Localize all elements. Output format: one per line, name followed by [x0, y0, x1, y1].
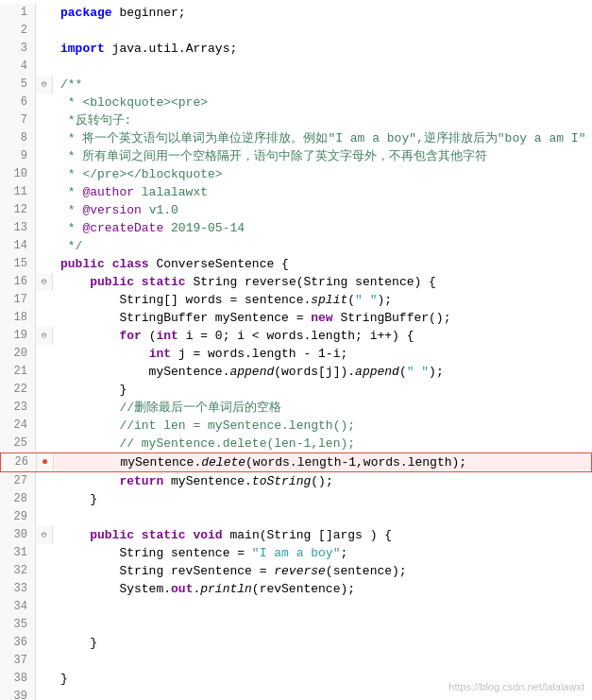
line-code: * 所有单词之间用一个空格隔开，语句中除了英文字母外，不再包含其他字符	[53, 147, 592, 165]
code-token: 2019-05-14	[163, 219, 245, 237]
code-token: (sentence);	[326, 562, 407, 580]
code-token: */	[60, 237, 82, 255]
code-token	[60, 526, 90, 544]
fold-icon[interactable]: ⊖	[41, 526, 46, 544]
code-token: * 所有单词之间用一个空格隔开，语句中除了英文字母外，不再包含其他字符	[60, 147, 487, 165]
line-number: 26	[1, 453, 37, 471]
code-token: public	[90, 273, 134, 291]
line-number: 30	[0, 526, 36, 544]
code-token: ();	[311, 472, 332, 490]
line-gutter[interactable]: ⊖	[36, 76, 53, 94]
line-code: // mySentence.delete(len-1,len);	[53, 435, 592, 452]
line-number: 10	[0, 165, 36, 183]
code-line: 4	[0, 58, 592, 76]
line-number: 2	[0, 22, 36, 40]
code-token: ;	[340, 544, 347, 562]
code-token: class	[112, 255, 149, 273]
code-token	[60, 472, 119, 490]
line-number: 4	[0, 58, 36, 76]
code-token: int	[149, 345, 171, 363]
code-token: mySentence.	[61, 453, 201, 471]
code-token: (words.length-1,words.length);	[245, 453, 466, 471]
line-code	[53, 616, 592, 634]
code-line: 19⊖ for (int i = 0; i < words.length; i+…	[0, 327, 592, 345]
code-token: *反转句子:	[60, 111, 131, 129]
code-token: mySentence.	[163, 472, 252, 490]
line-gutter[interactable]: ⊖	[36, 327, 53, 345]
line-number: 22	[0, 381, 36, 399]
line-code: *反转句子:	[53, 111, 592, 129]
line-number: 5	[0, 76, 36, 94]
code-line: 14 */	[0, 237, 592, 255]
breakpoint-icon: ●	[42, 453, 48, 471]
fold-icon[interactable]: ⊖	[41, 327, 46, 345]
line-number: 31	[0, 544, 36, 562]
line-number: 7	[0, 111, 36, 129]
code-line: 13 * @createDate 2019-05-14	[0, 219, 592, 237]
code-line: 20 int j = words.length - 1-i;	[0, 345, 592, 363]
line-code: * @version v1.0	[53, 201, 592, 219]
code-line: 31 String sentence = "I am a boy";	[0, 544, 592, 562]
code-token: " "	[355, 291, 377, 309]
code-line: 15public class ConverseSentence {	[0, 255, 592, 273]
line-code: import java.util.Arrays;	[53, 40, 592, 58]
line-number: 9	[0, 147, 36, 165]
code-token: (words[j]).	[274, 363, 355, 381]
line-gutter[interactable]: ⊖	[36, 526, 53, 544]
line-code: */	[53, 237, 592, 255]
code-token: (	[347, 291, 355, 309]
code-line: 28 }	[0, 490, 592, 508]
line-code: String revSentence = reverse(sentence);	[53, 562, 592, 580]
code-token: @version	[82, 201, 141, 219]
line-number: 35	[0, 616, 36, 634]
code-token: toString	[252, 472, 311, 490]
code-token: *	[60, 183, 82, 201]
code-token: //删除最后一个单词后的空格	[60, 399, 281, 417]
code-line: 35	[0, 616, 592, 634]
code-editor: 1package beginner;2 3import java.util.Ar…	[0, 0, 592, 700]
line-gutter[interactable]: ⊖	[36, 273, 53, 291]
line-code: }	[53, 634, 592, 652]
line-code: System.out.println(revSentence);	[53, 580, 592, 598]
line-number: 19	[0, 327, 36, 345]
code-token: @author	[82, 183, 134, 201]
code-token: }	[60, 670, 68, 688]
code-token: ConverseSentence {	[149, 255, 289, 273]
line-code: return mySentence.toString();	[53, 472, 592, 490]
code-token: main(String []args ) {	[223, 526, 392, 544]
code-token: beginner;	[112, 4, 186, 22]
code-token: }	[60, 381, 127, 399]
code-token: //int len = mySentence.length();	[60, 417, 355, 435]
line-number: 13	[0, 219, 36, 237]
code-token: append	[355, 363, 399, 381]
line-number: 15	[0, 255, 36, 273]
code-line: 21 mySentence.append(words[j]).append(" …	[0, 363, 592, 381]
code-line: 8 * 将一个英文语句以单词为单位逆序排放。例如"I am a boy",逆序排…	[0, 129, 592, 147]
code-token: * 将一个英文语句以单词为单位逆序排放。例如"I am a boy",逆序排放后…	[60, 129, 585, 147]
code-token: String[] words = sentence.	[60, 291, 311, 309]
line-number: 32	[0, 562, 36, 580]
line-number: 6	[0, 94, 36, 111]
fold-icon[interactable]: ⊖	[41, 273, 46, 291]
code-token: lalalawxt	[134, 183, 208, 201]
line-number: 33	[0, 580, 36, 598]
fold-icon[interactable]: ⊖	[41, 76, 46, 94]
code-line: 3import java.util.Arrays;	[0, 40, 592, 58]
code-token: new	[311, 309, 332, 327]
line-code: * @author lalalawxt	[53, 183, 592, 201]
code-token: @createDate	[82, 219, 163, 237]
code-token: v1.0	[142, 201, 178, 219]
line-code: mySentence.append(words[j]).append(" ");	[53, 363, 592, 381]
code-token: // mySentence.delete(len-1,len);	[60, 435, 355, 452]
code-line: 18 StringBuffer mySentence = new StringB…	[0, 309, 592, 327]
line-number: 23	[0, 399, 36, 417]
code-token: );	[429, 363, 444, 381]
code-token: StringBuffer mySentence =	[60, 309, 311, 327]
line-number: 18	[0, 309, 36, 327]
code-token: static	[142, 526, 186, 544]
code-token: for	[119, 327, 141, 345]
watermark: https://blog.csdn.net/lalalawxt	[448, 681, 584, 692]
line-code: package beginner;	[53, 4, 592, 22]
code-line: 11 * @author lalalawxt	[0, 183, 592, 201]
code-line: 23 //删除最后一个单词后的空格	[0, 399, 592, 417]
